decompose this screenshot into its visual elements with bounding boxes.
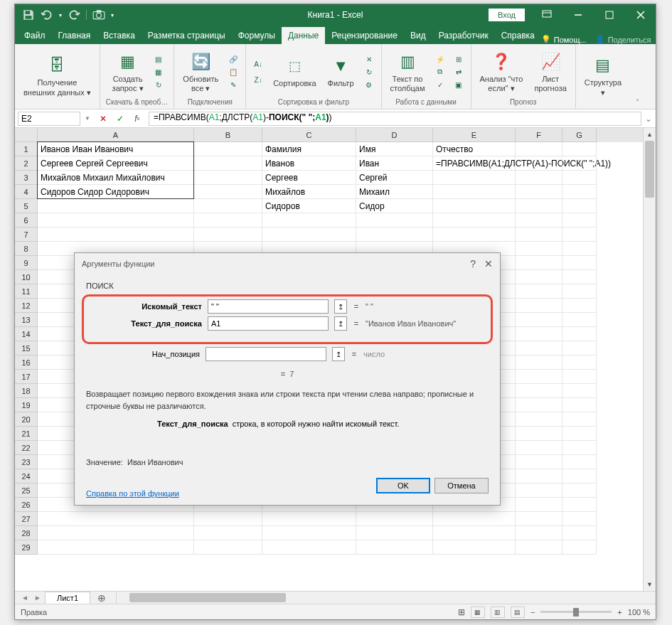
cell[interactable] [262,228,356,242]
refresh-all-button[interactable]: 🔄Обновить все ▾ [180,49,221,95]
row-header[interactable]: 14 [15,327,37,341]
sheet-nav-next-icon[interactable]: ► [32,594,43,602]
cell[interactable] [194,142,262,156]
whatif-button[interactable]: ❓Анализ "что если" ▾ [477,49,526,95]
zoom-in-button[interactable]: + [617,608,622,616]
cell[interactable] [516,199,562,213]
save-icon[interactable] [22,9,35,21]
cell[interactable] [433,199,516,213]
validation-button[interactable]: ✓ [434,79,447,90]
cell[interactable] [516,455,562,469]
row-header[interactable]: 13 [15,313,37,327]
cell[interactable] [516,398,562,412]
share-button[interactable]: 👤Поделиться [595,35,651,44]
remove-dup-button[interactable]: ⧉ [434,66,447,78]
tab-insert[interactable]: Вставка [97,27,142,44]
dialog-close-icon[interactable]: ✕ [484,258,493,269]
cell[interactable] [516,412,562,427]
cell[interactable]: Сергей [356,171,433,185]
cell[interactable] [516,270,562,284]
tab-review[interactable]: Рецензирование [325,27,404,44]
row-header[interactable]: 28 [15,526,37,540]
cell[interactable]: Иван [356,156,433,171]
row-header[interactable]: 6 [15,213,37,228]
cell[interactable] [194,199,262,213]
recent-sources-button[interactable]: ↻ [152,79,165,90]
cell[interactable] [262,540,356,555]
clear-filter-button[interactable]: ✕ [363,53,375,65]
cell[interactable]: Михайлов [262,185,356,199]
row-header[interactable]: 5 [15,199,37,213]
horizontal-scrollbar[interactable] [116,592,656,604]
zoom-out-button[interactable]: − [530,608,535,616]
cell[interactable] [562,185,597,199]
get-external-data-button[interactable]: 🗄Получение внешних данных ▾ [21,53,94,98]
zoom-level[interactable]: 100 % [628,608,650,616]
add-sheet-button[interactable]: ⊕ [92,592,112,604]
cell[interactable] [38,228,194,242]
cell[interactable] [562,341,597,356]
cell[interactable] [562,327,597,341]
cell[interactable] [194,540,262,555]
cell[interactable] [562,398,597,412]
camera-icon[interactable] [92,9,105,21]
tab-help[interactable]: Справка [495,27,541,44]
scroll-up-icon[interactable]: ▲ [644,128,656,141]
relationships-button[interactable]: ⇄ [452,66,465,78]
cell[interactable] [194,213,262,228]
cell[interactable] [433,185,516,199]
row-header[interactable]: 25 [15,484,37,498]
cell[interactable] [562,469,597,484]
column-header[interactable]: C [262,128,356,142]
cell[interactable]: Михаил [356,185,433,199]
cell[interactable] [562,384,597,398]
cell[interactable]: Фамилия [262,142,356,156]
namebox-dropdown-icon[interactable]: ▼ [83,115,92,122]
connections-button[interactable]: 🔗 [227,53,240,65]
reapply-button[interactable]: ↻ [363,66,375,78]
cell[interactable] [562,256,597,270]
cell[interactable] [516,299,562,313]
cell[interactable] [516,327,562,341]
cell[interactable] [194,171,262,185]
cell[interactable] [356,228,433,242]
cancel-button[interactable]: Отмена [434,478,489,493]
cell[interactable] [562,171,597,185]
cell[interactable] [516,142,562,156]
cell[interactable]: Михайлов Михаил Михайлович [38,171,194,185]
row-header[interactable]: 16 [15,356,37,370]
manage-model-button[interactable]: ▣ [452,79,465,90]
cell[interactable] [356,213,433,228]
column-header[interactable]: B [194,128,262,142]
cell[interactable] [516,370,562,384]
cell[interactable] [562,370,597,384]
vertical-scrollbar[interactable]: ▲ ▼ [643,128,656,591]
cell[interactable] [194,526,262,540]
cell[interactable]: Сергеев [262,171,356,185]
column-header[interactable]: D [356,128,433,142]
view-page-layout-button[interactable]: ▥ [491,607,505,618]
row-header[interactable]: 9 [15,256,37,270]
row-header[interactable]: 18 [15,384,37,398]
row-header[interactable]: 29 [15,540,37,555]
cell[interactable]: Иванов [262,156,356,171]
row-header[interactable]: 27 [15,512,37,526]
tab-layout[interactable]: Разметка страницы [142,27,232,44]
row-header[interactable]: 19 [15,398,37,412]
tab-view[interactable]: Вид [404,27,432,44]
zoom-slider[interactable] [540,611,612,613]
row-header[interactable]: 8 [15,242,37,256]
collapse-dialog-icon[interactable]: ↥ [334,299,347,314]
row-header[interactable]: 4 [15,185,37,199]
cell[interactable] [562,356,597,370]
tell-me[interactable]: 💡Помощ... [541,35,587,44]
cell[interactable] [38,526,194,540]
row-header[interactable]: 1 [15,142,37,156]
tab-developer[interactable]: Разработчик [432,27,495,44]
collapse-ribbon-button[interactable]: ˄ [630,44,644,109]
cell[interactable] [516,242,562,256]
forecast-sheet-button[interactable]: 📈Лист прогноза [531,49,569,95]
cell[interactable] [433,526,516,540]
column-header[interactable]: G [562,128,597,142]
scroll-down-icon[interactable]: ▼ [644,578,656,591]
